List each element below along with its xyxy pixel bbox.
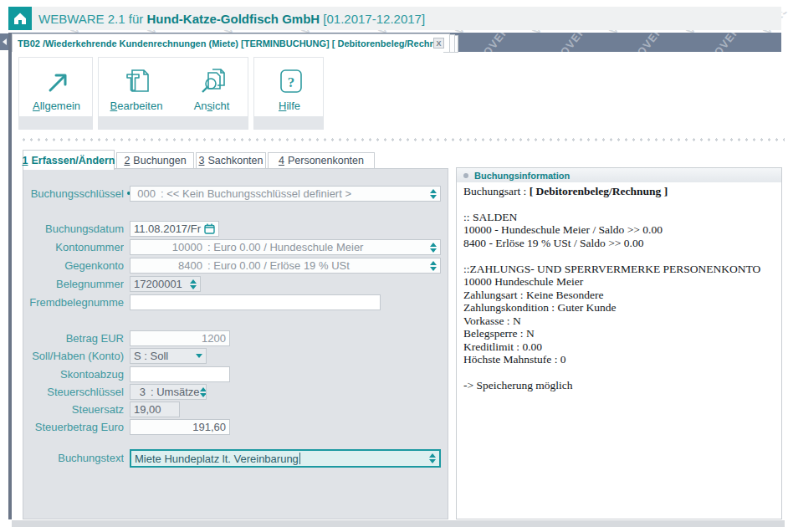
horizontal-scrollbar[interactable] [12,520,785,527]
spinner-icon[interactable] [430,243,437,253]
kontonummer-field[interactable]: 10000 : Euro 0.00 / Hundeschule Meier [130,239,441,255]
fremdbelegnummer-label: Fremdbelegnumme [17,296,124,309]
steuerschluessel-label: Steuerschlüssel [17,386,124,398]
buchungsschluessel-field[interactable]: 000 : << Kein Buchungsschlüssel definier… [130,186,441,202]
document-tab-label: TB02 /Wiederkehrende Kundenrechnungen (M… [18,38,433,49]
info-panel-body: Buchungsart : [ Debitorenbeleg/Rechnung … [463,185,776,515]
dotted-separator [20,138,785,141]
bearbeiten-button[interactable]: Bearbeiten [99,58,174,116]
steuerschluessel-field[interactable]: 3 : Umsätze [130,384,207,400]
info-panel-header: Buchungsinformation [457,168,781,182]
home-icon [13,11,28,26]
toolbar-group-footer [19,116,92,129]
kontonummer-label: Kontonummer [17,241,124,253]
document-tab[interactable]: TB02 /Wiederkehrende Kundenrechnungen (M… [12,33,450,52]
buchungsart-line: Buchungsart : [ Debitorenbeleg/Rechnung … [463,185,776,198]
buchungsinformation-panel: Buchungsinformation Buchungsart : [ Debi… [456,167,782,519]
info-panel-title: Buchungsinformation [474,171,570,181]
steuersatz-field[interactable]: 19,00 [130,402,180,417]
skontoabzug-field[interactable] [130,366,230,382]
home-button[interactable] [8,7,32,30]
toolbar-group-footer [99,116,248,129]
allgemein-button[interactable]: Allgemein [19,58,94,116]
tab-erfassen-aendern[interactable]: 1Erfassen/Ändern [23,150,115,170]
fremdbelegnummer-field[interactable] [130,294,381,310]
company-name: Hund-Katze-Goldfisch GmbH [146,12,320,26]
fiscal-period: [01.2017-12.2017] [320,12,425,26]
tab-personenkonten[interactable]: 4Personenkonten [268,152,375,169]
chevron-down-icon [196,354,202,358]
buchungsdatum-label: Buchungsdatum [17,223,124,235]
question-icon: ? [273,64,306,98]
text-caret [299,453,300,464]
toolbar-group-allgemein: Allgemein [18,57,93,130]
close-tab-button[interactable]: X [433,38,444,49]
tab-sachkonten[interactable]: 3Sachkonten [196,152,266,169]
calendar-icon[interactable] [204,223,215,234]
spinner-icon[interactable] [190,279,197,289]
steuerbetrag-field[interactable]: 191,60 [130,419,230,435]
webware-window: WEBWARE 2.1 für Hund-Katze-Goldfisch Gmb… [0,0,788,532]
buchungsschluessel-label: Buchungsschlüssel [17,187,124,200]
toolbar-group-bearbeiten-ansicht: Bearbeiten Ansicht [98,57,248,130]
sollhaben-dropdown[interactable]: S : Soll [130,348,207,364]
arrow-ne-icon [40,64,74,98]
info-details-text: :: SALDEN 10000 - Hundeschule Meier / Sa… [463,211,776,392]
ansicht-button[interactable]: Ansicht [174,58,249,116]
app-titlebar: WEBWARE 2.1 für Hund-Katze-Goldfisch Gmb… [32,7,781,30]
magnifier-pages-icon [195,64,228,98]
spinner-icon[interactable] [200,387,207,397]
belegnummer-field[interactable]: 17200001 [130,276,201,292]
toolbar-group-footer [254,116,323,129]
betrag-label: Betrag EUR [17,332,124,345]
gegenkonto-field[interactable]: 8400 : Euro 0.00 / Erlöse 19 % USt [130,258,441,274]
app-title: WEBWARE 2.1 für [38,12,146,26]
spinner-icon[interactable] [430,189,437,199]
steuersatz-label: Steuersatz [17,403,124,416]
hilfe-button[interactable]: ? Hilfe [254,58,325,116]
spinner-icon[interactable] [430,261,437,271]
tab-buchungen[interactable]: 2Buchungen [116,152,194,169]
window-left-edge [8,33,12,519]
edit-page-icon [120,64,153,98]
spinner-icon[interactable] [429,453,436,463]
buchungstext-field[interactable]: Miete Hundeplatz lt. Vereinbarung [130,449,441,468]
buchungstext-label: Buchungstext [17,452,124,464]
chevron-left-icon [3,38,7,45]
toolbar-group-hilfe: ? Hilfe [253,57,324,130]
steuerbetrag-label: Steuerbetrag Euro [17,421,124,433]
sollhaben-label: Soll/Haben (Konto) [17,350,124,362]
tab-scroll-left-button[interactable] [0,33,8,50]
svg-text:?: ? [288,74,295,90]
panel-dot-icon [463,173,468,178]
betrag-field[interactable]: 1200 [130,330,230,346]
belegnummer-label: Belegnummer [17,278,124,290]
buchungsdatum-field[interactable]: 11.08.2017/Fr [130,221,219,237]
skontoabzug-label: Skontoabzug [17,368,124,381]
gegenkonto-label: Gegenkonto [17,259,124,272]
